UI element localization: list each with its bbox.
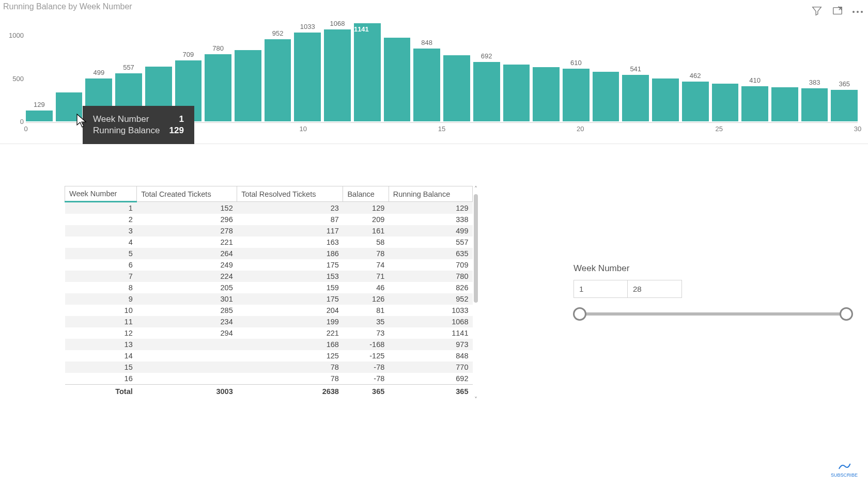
table-row[interactable]: 115223129129 — [65, 202, 473, 214]
scroll-up-icon[interactable]: ˄ — [474, 186, 477, 192]
week-number-slicer[interactable]: Week Number — [574, 263, 853, 316]
bar-week-25[interactable]: 410 — [741, 76, 768, 121]
bar-week-18[interactable] — [533, 67, 560, 121]
slicer-slider-track[interactable] — [580, 312, 846, 316]
x-axis-tick: 30 — [854, 125, 861, 133]
slicer-handle-min[interactable] — [573, 307, 586, 321]
table-row[interactable]: 422116358557 — [65, 237, 473, 248]
slicer-to-input[interactable] — [628, 280, 682, 298]
bar-week-17[interactable] — [503, 65, 530, 121]
bar-week-21[interactable]: 541 — [622, 65, 649, 121]
bar-week-1[interactable]: 129 — [26, 101, 53, 122]
table-row[interactable]: 1578-78770 — [65, 361, 473, 373]
table-row[interactable]: 1678-78692 — [65, 373, 473, 385]
column-header[interactable]: Running Balance — [389, 186, 472, 202]
bar-week-23[interactable]: 462 — [682, 72, 709, 121]
table-row[interactable]: 820515946826 — [65, 282, 473, 293]
x-axis-tick: 20 — [577, 125, 584, 133]
scroll-down-icon[interactable]: ˅ — [474, 397, 477, 403]
column-header[interactable]: Total Created Tickets — [137, 186, 237, 202]
bar-week-7[interactable]: 780 — [205, 44, 231, 121]
mouse-cursor-icon — [76, 114, 87, 128]
slicer-title: Week Number — [574, 263, 853, 274]
bar-week-10[interactable]: 1033 — [294, 23, 321, 121]
bar-week-16[interactable]: 692 — [473, 52, 500, 121]
bar-week-8[interactable] — [235, 50, 261, 121]
bar-week-22[interactable] — [652, 78, 679, 121]
x-axis-tick: 15 — [438, 125, 445, 133]
bar-week-15[interactable] — [443, 55, 470, 121]
column-header[interactable]: Total Resolved Tickets — [237, 186, 343, 202]
bar-week-26[interactable] — [771, 87, 798, 121]
bar-week-12[interactable]: 1141 — [354, 23, 381, 121]
table-row[interactable]: 624917574709 — [65, 259, 473, 271]
table-row[interactable]: 11234199351068 — [65, 316, 473, 327]
bar-week-11[interactable]: 1068 — [324, 20, 351, 121]
x-axis-tick: 0 — [24, 125, 27, 133]
table-row[interactable]: 14125-125848 — [65, 350, 473, 361]
chart-title: Running Balance by Week Number — [0, 0, 868, 11]
slicer-handle-max[interactable] — [840, 307, 853, 321]
table-row[interactable]: 722415371780 — [65, 271, 473, 282]
bar-week-14[interactable]: 848 — [413, 39, 440, 121]
bar-week-28[interactable]: 365 — [831, 80, 858, 121]
scroll-thumb[interactable] — [474, 194, 478, 303]
y-axis-tick: 1000 — [2, 32, 24, 39]
bar-week-27[interactable]: 383 — [801, 78, 828, 121]
table-row[interactable]: 9301175126952 — [65, 293, 473, 305]
bar-week-24[interactable] — [712, 84, 739, 121]
x-axis-tick: 10 — [299, 125, 306, 133]
bar-week-20[interactable] — [593, 72, 619, 121]
table-row[interactable]: 13168-168973 — [65, 339, 473, 350]
tickets-table[interactable]: Week NumberTotal Created TicketsTotal Re… — [65, 186, 473, 413]
x-axis-tick: 25 — [715, 125, 722, 133]
table-row[interactable]: 12294221731141 — [65, 327, 473, 339]
column-header[interactable]: Balance — [343, 186, 389, 202]
y-axis-tick: 0 — [2, 118, 24, 125]
bar-week-19[interactable]: 610 — [563, 59, 590, 121]
column-header[interactable]: Week Number — [65, 186, 137, 202]
table-row[interactable]: 526418678635 — [65, 248, 473, 259]
table-row[interactable]: 3278117161499 — [65, 225, 473, 237]
chart-tooltip: Week Number1Running Balance129 — [83, 106, 194, 144]
table-row[interactable]: 10285204811033 — [65, 305, 473, 316]
table-scrollbar[interactable]: ˄ ˅ — [473, 186, 479, 403]
table-row[interactable]: 229687209338 — [65, 214, 473, 225]
table-total-label: Total — [65, 385, 137, 399]
bar-week-9[interactable]: 952 — [265, 29, 291, 121]
slicer-from-input[interactable] — [574, 280, 628, 298]
bar-week-13[interactable] — [384, 38, 411, 121]
y-axis-tick: 500 — [2, 74, 24, 82]
subscribe-badge[interactable]: SUBSCRIBE — [831, 461, 858, 478]
